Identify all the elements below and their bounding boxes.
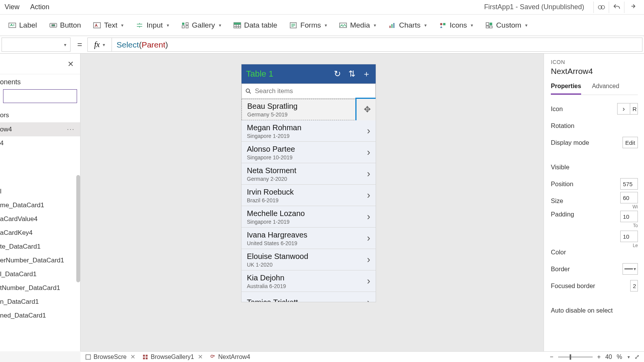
breadcrumb-control[interactable]: NextArrow4: [210, 354, 250, 360]
tree-item[interactable]: n_DataCard1: [0, 295, 80, 309]
more-icon[interactable]: ···: [67, 126, 75, 133]
tree-item[interactable]: l: [0, 185, 80, 198]
ribbon-label[interactable]: Label: [3, 19, 43, 32]
components-tab[interactable]: onents: [0, 74, 80, 86]
chevron-right-icon[interactable]: ›: [367, 275, 370, 287]
size-width-input[interactable]: 60: [620, 192, 638, 203]
gallery-item[interactable]: Neta StormentGermany 2-2020›: [242, 163, 376, 185]
svg-rect-8: [182, 26, 184, 28]
ribbon-button[interactable]: Button: [44, 19, 87, 32]
svg-rect-4: [52, 25, 55, 26]
tree-item[interactable]: 4: [0, 136, 80, 150]
gallery-item[interactable]: Alonso ParteeSingapore 10-2019›: [242, 142, 376, 163]
search-input[interactable]: [255, 87, 372, 95]
border-style[interactable]: ▾: [623, 263, 638, 275]
tree-item[interactable]: tNumber_DataCard1: [0, 281, 80, 295]
undo-icon[interactable]: [609, 2, 624, 13]
tree-search-input[interactable]: [3, 89, 77, 103]
icon-preview[interactable]: ›: [617, 103, 630, 115]
scrollbar[interactable]: [76, 175, 80, 282]
ribbon-input[interactable]: Input ▾: [130, 19, 174, 32]
search-box[interactable]: [242, 84, 376, 99]
gallery-item[interactable]: Elouise StanwoodUK 1-2020›: [242, 249, 376, 270]
gallery-item[interactable]: Beau Spratling Germany 5-2019 ✥: [242, 99, 376, 120]
chevron-right-icon[interactable]: ›: [367, 189, 370, 201]
chevron-right-icon[interactable]: ›: [367, 296, 370, 302]
chevron-down-icon: ▾: [374, 23, 376, 28]
chevron-right-icon[interactable]: ›: [367, 146, 370, 158]
refresh-icon[interactable]: ↻: [333, 69, 342, 79]
menu-action[interactable]: Action: [30, 3, 49, 11]
zoom-out-icon[interactable]: −: [550, 354, 553, 360]
selected-next-arrow[interactable]: ✥: [355, 98, 376, 121]
property-selector[interactable]: ▾: [2, 38, 71, 52]
item-subtitle: United States 6-2019: [247, 240, 367, 246]
chevron-right-icon[interactable]: ›: [367, 254, 370, 265]
zoom-in-icon[interactable]: +: [597, 354, 601, 360]
item-subtitle: Germany 5-2019: [247, 111, 370, 118]
tree-item[interactable]: aCardKey4: [0, 226, 80, 240]
tree-item[interactable]: ors: [0, 108, 80, 123]
tree-item[interactable]: me_DataCard1: [0, 198, 80, 212]
position-x-input[interactable]: 575: [620, 178, 638, 190]
item-title: Alonso Partee: [247, 144, 367, 154]
zoom-value: 40: [605, 354, 612, 360]
padding-top-input[interactable]: 10: [620, 211, 638, 222]
redo-icon[interactable]: [624, 2, 639, 13]
gallery-item[interactable]: Megan RohmanSingapore 1-2019›: [242, 120, 376, 142]
item-subtitle: UK 1-2020: [247, 262, 367, 268]
item-subtitle: Brazil 6-2019: [247, 197, 367, 203]
menu-view[interactable]: View: [5, 3, 20, 11]
svg-rect-6: [182, 23, 184, 25]
tree-item[interactable]: ned_DataCard1: [0, 309, 80, 323]
chevron-down-icon[interactable]: ▾: [628, 354, 630, 360]
breadcrumb-bar: BrowseScre ✕ BrowseGallery1 ✕ NextArrow4…: [80, 351, 644, 362]
popout-icon[interactable]: ⤢: [634, 353, 639, 360]
gallery-item[interactable]: Tamica Trickett›: [242, 292, 376, 302]
ribbon-icons[interactable]: Icons ▾: [434, 19, 478, 32]
focusedborder-input[interactable]: 2: [630, 280, 638, 292]
formula-input[interactable]: Select(Parent): [112, 38, 642, 52]
icon-value[interactable]: R: [630, 103, 638, 115]
chevron-right-icon[interactable]: ›: [367, 125, 370, 137]
chevron-right-icon[interactable]: ›: [367, 211, 370, 223]
item-title: Beau Spratling: [247, 102, 370, 111]
chevron-down-icon: ▾: [219, 23, 221, 28]
gallery-item[interactable]: Irvin RoebuckBrazil 6-2019›: [242, 185, 376, 206]
breadcrumb-gallery[interactable]: BrowseGallery1 ✕: [142, 353, 203, 360]
svg-rect-20: [486, 23, 489, 25]
ribbon-gallery[interactable]: Gallery ▾: [176, 19, 227, 32]
fx-button[interactable]: fx ▾: [87, 38, 112, 52]
tree-item-selected[interactable]: ow4 ···: [0, 123, 80, 136]
ribbon-data-table[interactable]: Data table: [228, 19, 283, 32]
close-icon[interactable]: ✕: [130, 353, 135, 360]
gallery-item[interactable]: Ivana HargreavesUnited States 6-2019›: [242, 228, 376, 249]
item-title: Mechelle Lozano: [247, 209, 367, 218]
chevron-right-icon[interactable]: ›: [367, 168, 370, 180]
breadcrumb-screen[interactable]: BrowseScre ✕: [85, 353, 135, 360]
ribbon-custom[interactable]: Custom ▾: [480, 19, 532, 32]
tree-item[interactable]: l_DataCard1: [0, 267, 80, 281]
tree-item[interactable]: erNumber_DataCard1: [0, 254, 80, 267]
app-checker-icon[interactable]: [593, 2, 609, 13]
gallery-item[interactable]: Mechelle LozanoSingapore 1-2019›: [242, 206, 376, 228]
ribbon-text[interactable]: Text ▾: [88, 19, 129, 32]
close-icon[interactable]: ✕: [198, 353, 203, 360]
add-icon[interactable]: ＋: [362, 68, 371, 80]
ribbon-forms[interactable]: Forms ▾: [284, 19, 332, 32]
close-icon[interactable]: ✕: [67, 59, 74, 69]
ribbon-charts[interactable]: Charts ▾: [383, 19, 432, 32]
prop-color-label: Color: [551, 249, 566, 256]
tab-advanced[interactable]: Advanced: [592, 81, 619, 95]
tab-properties[interactable]: Properties: [551, 81, 581, 95]
tree-item[interactable]: te_DataCard1: [0, 240, 80, 254]
gallery-item[interactable]: Kia DejohnAustralia 6-2019›: [242, 270, 376, 292]
zoom-slider[interactable]: [558, 356, 593, 358]
control-name[interactable]: NextArrow4: [551, 67, 638, 76]
sort-icon[interactable]: ⇅: [347, 69, 356, 79]
ribbon-media[interactable]: Media ▾: [334, 19, 381, 32]
tree-item[interactable]: aCardValue4: [0, 212, 80, 226]
chevron-right-icon[interactable]: ›: [367, 232, 370, 244]
design-canvas[interactable]: Table 1 ↻ ⇅ ＋ Beau Spratling Germany 5-2…: [80, 54, 544, 351]
displaymode-value[interactable]: Edit: [623, 137, 638, 148]
